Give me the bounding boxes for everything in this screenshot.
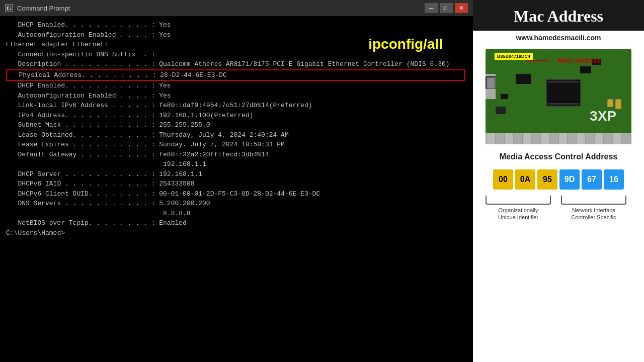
mac-octets: 000A959D6716 [493,169,624,190]
cmd-line: DHCP Server . . . . . . . . . . . : 192.… [6,169,467,179]
cmd-title: Command Prompt [17,5,421,12]
cmd-line: DHCP Enabled. . . . . . . . . . . : Yes [6,81,467,91]
minimize-button[interactable]: ─ [425,3,438,13]
cmd-icon: C:\ [5,4,13,12]
cmd-window: C:\ Command Prompt ─ □ ✕ ipconfig/all DH… [0,0,473,362]
cmd-line: Description . . . . . . . . . . . : Qual… [6,59,467,69]
cmd-titlebar: C:\ Command Prompt ─ □ ✕ [0,0,473,16]
mac-octet: 16 [604,169,624,190]
mac-octet: 95 [537,169,557,190]
svg-text:C:\: C:\ [7,6,13,11]
cmd-line: DHCPv6 IAID . . . . . . . . . . . : 2543… [6,179,467,189]
nic-logo: 3XP [590,108,616,124]
nic-board: B85B04719DC4 ← MAC Address [486,49,631,144]
pci-slot [486,133,631,144]
cmd-line: NetBIOS over Tcpip. . . . . . . . : Enab… [6,218,467,228]
cmd-line: Default Gateway . . . . . . . . . : fe80… [6,150,467,160]
cmd-line: IPv4 Address. . . . . . . . . . . : 192.… [6,111,467,121]
mac-arrow-container: ← MAC Address [526,57,600,64]
oui-bracket-bar [486,196,551,205]
mac-octet: 0A [515,169,535,190]
oui-label: OrganizationallyUnique Identifier [498,207,538,221]
cmd-line: DHCPv6 Client DUID. . . . . . . . : 00-0… [6,189,467,199]
chip-4 [496,107,506,114]
maximize-button[interactable]: □ [440,3,453,13]
cmd-line: Physical Address. . . . . . . . . : 28-D… [6,69,465,81]
cmd-line: Subnet Mask . . . . . . . . . . . : 255.… [6,120,467,130]
chip-3 [501,94,508,99]
ipconfig-label: ipconfig/all [368,36,443,52]
mac-brackets: OrganizationallyUnique Identifier Networ… [486,196,631,221]
mac-header-title: Mac Address [483,7,634,26]
mac-header: Mac Address [473,0,644,31]
cmd-controls: ─ □ ✕ [425,3,468,13]
mac-octet: 9D [559,169,580,190]
port-connector [486,74,496,99]
media-access-title: Media Access Control Address [500,152,617,161]
cap-2 [607,99,613,107]
nic-label: Network InterfaceController Specific [571,207,616,221]
cmd-line: Autoconfiguration Enabled . . . . : Yes [6,91,467,101]
cap-1 [615,99,621,109]
nic-image: B85B04719DC4 ← MAC Address [486,49,631,144]
cmd-line: 8.8.8.8 [6,209,467,219]
arrow-line [526,60,548,61]
close-button[interactable]: ✕ [455,3,468,13]
mac-website: www.hamedesmaeili.com [473,31,644,45]
chip-5 [516,74,531,84]
oui-bracket: OrganizationallyUnique Identifier [486,196,551,221]
right-panel: Mac Address www.hamedesmaeili.com B85B04… [473,0,644,362]
mac-octet: 00 [493,169,513,190]
mac-octet: 67 [582,169,602,190]
cmd-body: ipconfig/all DHCP Enabled. . . . . . . .… [0,16,473,362]
cmd-line: Lease Expires . . . . . . . . . . : Sund… [6,140,467,150]
cmd-line: DNS Servers . . . . . . . . . . . : 5.20… [6,199,467,209]
nic-bracket-bar [561,196,626,205]
cmd-line: C:\Users\Hamed> [6,228,467,238]
nic-bracket: Network InterfaceController Specific [561,196,626,221]
cmd-line: Lease Obtained. . . . . . . . . . : Thur… [6,130,467,140]
chip-2 [580,66,591,73]
cmd-line: DHCP Enabled. . . . . . . . . . . : Yes [6,20,467,30]
cmd-line: Link-local IPv6 Address . . . . . : fe80… [6,101,467,111]
main-chip [546,79,581,107]
mac-arrow-label: ← MAC Address [549,57,600,64]
cmd-line: 192.168.1.1 [6,159,467,169]
